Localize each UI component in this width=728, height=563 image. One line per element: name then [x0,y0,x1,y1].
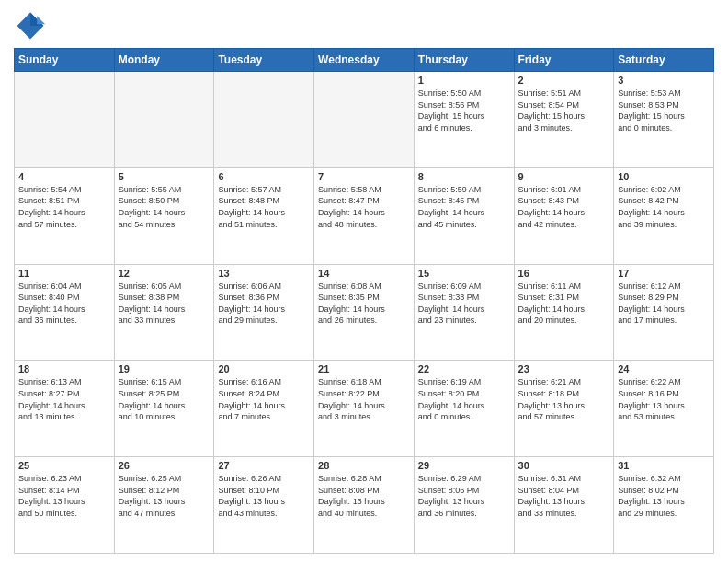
day-cell: 9Sunrise: 6:01 AM Sunset: 8:43 PM Daylig… [514,167,614,264]
day-cell: 7Sunrise: 5:58 AM Sunset: 8:47 PM Daylig… [314,167,415,264]
week-row-5: 25Sunrise: 6:23 AM Sunset: 8:14 PM Dayli… [15,457,714,554]
day-cell: 19Sunrise: 6:15 AM Sunset: 8:25 PM Dayli… [114,361,214,457]
day-info: Sunrise: 5:50 AM Sunset: 8:56 PM Dayligh… [418,87,510,133]
weekday-friday: Friday [514,49,614,72]
day-number: 20 [218,363,310,374]
day-number: 23 [518,363,610,374]
day-cell: 30Sunrise: 6:31 AM Sunset: 8:04 PM Dayli… [514,457,614,554]
day-info: Sunrise: 6:19 AM Sunset: 8:20 PM Dayligh… [418,376,510,422]
day-number: 13 [218,268,310,279]
day-cell [314,72,415,168]
day-cell: 15Sunrise: 6:09 AM Sunset: 8:33 PM Dayli… [414,264,514,361]
day-number: 17 [618,268,710,279]
day-number: 30 [518,460,610,471]
day-number: 16 [518,268,610,279]
header [14,9,714,42]
logo-icon [14,9,47,42]
day-number: 25 [18,460,110,471]
day-info: Sunrise: 5:57 AM Sunset: 8:48 PM Dayligh… [218,184,310,230]
day-info: Sunrise: 6:11 AM Sunset: 8:31 PM Dayligh… [518,281,610,327]
day-number: 8 [418,171,510,182]
weekday-tuesday: Tuesday [214,49,314,72]
day-cell: 10Sunrise: 6:02 AM Sunset: 8:42 PM Dayli… [614,167,714,264]
day-cell: 28Sunrise: 6:28 AM Sunset: 8:08 PM Dayli… [314,457,415,554]
day-number: 7 [318,171,410,182]
day-cell: 29Sunrise: 6:29 AM Sunset: 8:06 PM Dayli… [414,457,514,554]
day-number: 24 [618,363,710,374]
week-row-2: 4Sunrise: 5:54 AM Sunset: 8:51 PM Daylig… [15,167,714,264]
day-cell: 27Sunrise: 6:26 AM Sunset: 8:10 PM Dayli… [214,457,314,554]
day-cell: 26Sunrise: 6:25 AM Sunset: 8:12 PM Dayli… [114,457,214,554]
weekday-sunday: Sunday [15,49,115,72]
day-number: 15 [418,268,510,279]
day-cell [15,72,115,168]
day-info: Sunrise: 6:23 AM Sunset: 8:14 PM Dayligh… [18,473,110,519]
day-info: Sunrise: 6:29 AM Sunset: 8:06 PM Dayligh… [418,473,510,519]
weekday-monday: Monday [114,49,214,72]
day-info: Sunrise: 6:31 AM Sunset: 8:04 PM Dayligh… [518,473,610,519]
day-cell: 6Sunrise: 5:57 AM Sunset: 8:48 PM Daylig… [214,167,314,264]
day-number: 14 [318,268,410,279]
day-number: 5 [119,171,210,182]
day-info: Sunrise: 6:04 AM Sunset: 8:40 PM Dayligh… [18,281,110,327]
day-cell: 17Sunrise: 6:12 AM Sunset: 8:29 PM Dayli… [614,264,714,361]
day-number: 3 [618,75,710,86]
calendar-table: SundayMondayTuesdayWednesdayThursdayFrid… [14,48,714,554]
weekday-thursday: Thursday [414,49,514,72]
day-number: 29 [418,460,510,471]
day-number: 9 [518,171,610,182]
day-info: Sunrise: 6:08 AM Sunset: 8:35 PM Dayligh… [318,281,410,327]
day-info: Sunrise: 6:22 AM Sunset: 8:16 PM Dayligh… [618,376,710,422]
logo [14,9,51,42]
day-cell: 24Sunrise: 6:22 AM Sunset: 8:16 PM Dayli… [614,361,714,457]
day-number: 6 [218,171,310,182]
day-cell: 13Sunrise: 6:06 AM Sunset: 8:36 PM Dayli… [214,264,314,361]
day-info: Sunrise: 5:58 AM Sunset: 8:47 PM Dayligh… [318,184,410,230]
day-number: 28 [318,460,410,471]
day-number: 18 [18,363,110,374]
day-number: 27 [218,460,310,471]
day-cell: 20Sunrise: 6:16 AM Sunset: 8:24 PM Dayli… [214,361,314,457]
day-cell: 4Sunrise: 5:54 AM Sunset: 8:51 PM Daylig… [15,167,115,264]
day-cell: 12Sunrise: 6:05 AM Sunset: 8:38 PM Dayli… [114,264,214,361]
weekday-saturday: Saturday [614,49,714,72]
day-number: 31 [618,460,710,471]
day-info: Sunrise: 5:51 AM Sunset: 8:54 PM Dayligh… [518,87,610,133]
day-cell: 22Sunrise: 6:19 AM Sunset: 8:20 PM Dayli… [414,361,514,457]
day-info: Sunrise: 5:54 AM Sunset: 8:51 PM Dayligh… [18,184,110,230]
day-cell: 25Sunrise: 6:23 AM Sunset: 8:14 PM Dayli… [15,457,115,554]
day-cell [214,72,314,168]
day-info: Sunrise: 6:09 AM Sunset: 8:33 PM Dayligh… [418,281,510,327]
day-cell: 2Sunrise: 5:51 AM Sunset: 8:54 PM Daylig… [514,72,614,168]
day-info: Sunrise: 6:25 AM Sunset: 8:12 PM Dayligh… [119,473,210,519]
day-number: 21 [318,363,410,374]
day-info: Sunrise: 6:32 AM Sunset: 8:02 PM Dayligh… [618,473,710,519]
day-number: 12 [119,268,210,279]
day-info: Sunrise: 5:59 AM Sunset: 8:45 PM Dayligh… [418,184,510,230]
svg-marker-2 [37,16,45,24]
day-number: 19 [119,363,210,374]
day-cell: 14Sunrise: 6:08 AM Sunset: 8:35 PM Dayli… [314,264,415,361]
day-cell: 5Sunrise: 5:55 AM Sunset: 8:50 PM Daylig… [114,167,214,264]
day-cell [114,72,214,168]
day-number: 1 [418,75,510,86]
day-info: Sunrise: 6:12 AM Sunset: 8:29 PM Dayligh… [618,281,710,327]
day-info: Sunrise: 6:18 AM Sunset: 8:22 PM Dayligh… [318,376,410,422]
day-number: 10 [618,171,710,182]
day-cell: 16Sunrise: 6:11 AM Sunset: 8:31 PM Dayli… [514,264,614,361]
day-info: Sunrise: 6:06 AM Sunset: 8:36 PM Dayligh… [218,281,310,327]
day-info: Sunrise: 6:05 AM Sunset: 8:38 PM Dayligh… [119,281,210,327]
day-cell: 21Sunrise: 6:18 AM Sunset: 8:22 PM Dayli… [314,361,415,457]
day-number: 11 [18,268,110,279]
day-info: Sunrise: 6:21 AM Sunset: 8:18 PM Dayligh… [518,376,610,422]
day-cell: 31Sunrise: 6:32 AM Sunset: 8:02 PM Dayli… [614,457,714,554]
day-number: 4 [18,171,110,182]
day-info: Sunrise: 6:28 AM Sunset: 8:08 PM Dayligh… [318,473,410,519]
day-info: Sunrise: 6:15 AM Sunset: 8:25 PM Dayligh… [119,376,210,422]
week-row-1: 1Sunrise: 5:50 AM Sunset: 8:56 PM Daylig… [15,72,714,168]
day-info: Sunrise: 5:55 AM Sunset: 8:50 PM Dayligh… [119,184,210,230]
weekday-header-row: SundayMondayTuesdayWednesdayThursdayFrid… [15,49,714,72]
day-info: Sunrise: 6:02 AM Sunset: 8:42 PM Dayligh… [618,184,710,230]
day-info: Sunrise: 6:26 AM Sunset: 8:10 PM Dayligh… [218,473,310,519]
day-cell: 8Sunrise: 5:59 AM Sunset: 8:45 PM Daylig… [414,167,514,264]
